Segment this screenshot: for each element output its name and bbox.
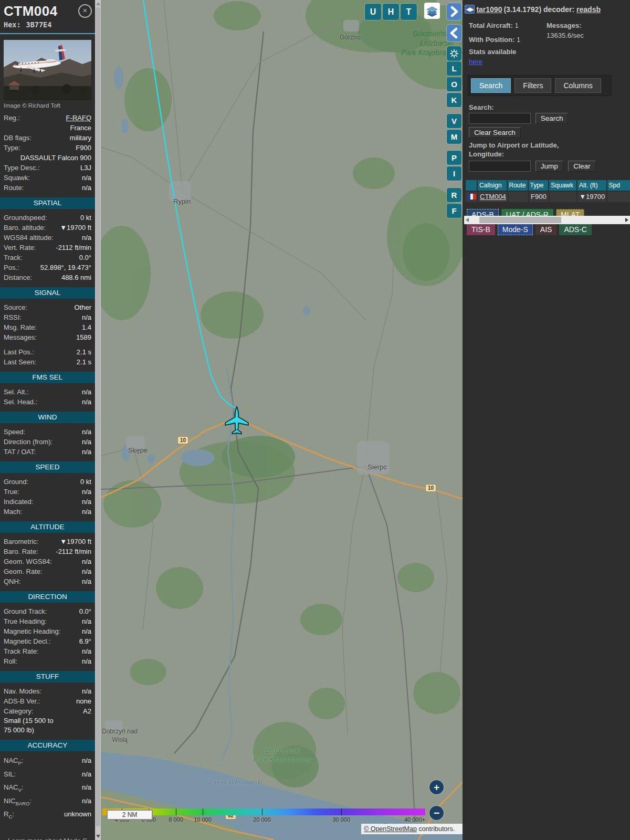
- map-toggle-button[interactable]: H: [383, 4, 399, 20]
- column-header-callsign[interactable]: Callsign: [478, 180, 507, 191]
- filter-tisb[interactable]: TIS-B: [467, 224, 495, 235]
- left-panel-scrollbar[interactable]: [95, 0, 101, 840]
- scrollbar-thumb[interactable]: [479, 217, 561, 223]
- filter-modes[interactable]: Mode-S: [498, 224, 533, 235]
- column-header-spd[interactable]: Spd: [607, 180, 630, 191]
- filter-ais[interactable]: AIS: [536, 224, 557, 235]
- data-row: Nav. Modes: n/a: [0, 686, 95, 696]
- field-label: Magnetic Decl.:: [4, 636, 51, 646]
- field-label: ADS-B Ver.:: [4, 696, 40, 706]
- table-row[interactable]: CTM004 F900 ▼19700: [466, 192, 630, 202]
- osm-link[interactable]: © OpenStreetMap: [364, 825, 417, 833]
- column-header-route[interactable]: Route: [508, 180, 528, 191]
- row-route: [509, 192, 528, 202]
- zoom-out-button[interactable]: −: [429, 806, 444, 820]
- search-button[interactable]: Search: [536, 113, 569, 124]
- legend-tick-label: 30 000: [330, 816, 353, 823]
- tar1090-link[interactable]: tar1090: [476, 5, 502, 14]
- town-label-sierpc: Sierpc: [368, 463, 387, 471]
- jump-clear-button[interactable]: Clear: [568, 161, 595, 172]
- tab-filters[interactable]: Filters: [514, 78, 551, 93]
- zoom-in-button[interactable]: +: [429, 780, 444, 794]
- filter-adsc[interactable]: ADS-C: [559, 224, 592, 235]
- data-row: WGS84 altitude: n/a: [0, 233, 95, 243]
- settings-button[interactable]: [447, 46, 461, 61]
- jump-button[interactable]: Jump: [536, 161, 563, 172]
- field-label: Speed:: [4, 427, 25, 437]
- data-row: RSSI: n/a: [0, 312, 95, 322]
- stats-here-link[interactable]: here: [469, 58, 482, 66]
- data-row: Geom. WGS84: n/a: [0, 556, 95, 566]
- map-hotkey-button[interactable]: F: [447, 204, 461, 218]
- field-label: Reg.:: [4, 113, 20, 123]
- data-row: Last Pos.: 2.1 s: [0, 347, 95, 357]
- legend-tick-label: 10 000: [191, 816, 214, 823]
- data-row: Mach: n/a: [0, 507, 95, 517]
- field-value: -2112 ft/min: [38, 243, 91, 253]
- map-hotkey-button[interactable]: K: [447, 93, 461, 107]
- scroll-right-icon[interactable]: [625, 218, 628, 222]
- field-label: Msg. Rate:: [4, 322, 37, 332]
- table-horizontal-scrollbar[interactable]: [464, 216, 630, 224]
- search-input[interactable]: [469, 113, 531, 124]
- data-row: Ground: 0 kt: [0, 477, 95, 487]
- fms-section: Sel. Alt.: n/a Sel. Head.: n/a: [0, 387, 95, 407]
- map-canvas[interactable]: Górzno Górznieńsko- Lidzbarski Park Kraj…: [101, 0, 463, 840]
- jump-input[interactable]: [469, 161, 531, 172]
- column-header-squawk[interactable]: Squawk: [549, 180, 576, 191]
- map-hotkey-button[interactable]: L: [447, 61, 461, 76]
- scrollbar-thumb[interactable]: [96, 7, 100, 826]
- field-value: n/a: [34, 795, 91, 809]
- close-icon[interactable]: ×: [78, 4, 92, 18]
- panel-collapse-icon[interactable]: ◀▶: [465, 5, 475, 14]
- map-hotkey-button[interactable]: O: [447, 77, 461, 91]
- field-value: n/a: [63, 626, 91, 636]
- field-label: Track Rate:: [4, 646, 39, 656]
- field-label: Category:: [4, 706, 33, 716]
- field-value: n/a: [49, 616, 91, 626]
- field-value: ▼19700 ft: [48, 223, 91, 233]
- field-label: Distance:: [4, 272, 32, 282]
- data-row: NACV: n/a: [0, 782, 95, 795]
- gear-icon: [449, 49, 459, 58]
- field-value: n/a: [26, 782, 91, 795]
- data-row: Msg. Rate: 1.4: [0, 322, 95, 332]
- tab-search[interactable]: Search: [471, 78, 511, 93]
- data-row: Track: 0.0°: [0, 253, 95, 262]
- column-header-type[interactable]: Type: [529, 180, 549, 191]
- clear-search-button[interactable]: Clear Search: [469, 127, 521, 138]
- scroll-left-icon[interactable]: [466, 218, 469, 222]
- column-header-flag[interactable]: [466, 180, 477, 191]
- map-toggle-button[interactable]: U: [365, 4, 381, 20]
- map-hotkey-button[interactable]: M: [447, 130, 461, 144]
- data-row: Category: A2: [0, 706, 95, 716]
- tab-columns[interactable]: Columns: [555, 78, 601, 93]
- field-label: DB flags:: [4, 133, 32, 143]
- aircraft-photo[interactable]: [0, 34, 95, 100]
- readsb-link[interactable]: readsb: [576, 5, 601, 14]
- data-row: Source: Other: [0, 302, 95, 312]
- stuff-section: Nav. Modes: n/a ADS-B Ver.: none Categor…: [0, 686, 95, 735]
- photo-credit: Image © Richard Toft: [0, 100, 95, 113]
- stats-block: Total Aircraft: 1 With Position: 1 Stats…: [463, 14, 630, 67]
- map-hotkey-button[interactable]: I: [447, 166, 461, 181]
- field-value: 2.1 s: [37, 347, 91, 357]
- map-toggle-button[interactable]: T: [401, 4, 417, 20]
- expand-right-button[interactable]: [447, 3, 461, 20]
- road-badge-10: 10: [425, 484, 436, 492]
- field-label: Last Pos.:: [4, 347, 34, 357]
- scroll-down-icon[interactable]: [96, 835, 100, 838]
- map-hotkey-button[interactable]: V: [447, 114, 461, 128]
- map-hotkey-button[interactable]: R: [447, 188, 461, 202]
- map-hotkey-button[interactable]: P: [447, 151, 461, 165]
- field-value: DASSAULT Falcon 900: [6, 153, 91, 163]
- field-label: Roll:: [4, 656, 17, 666]
- town-label-rypin: Rypin: [173, 197, 191, 205]
- section-header-wind: WIND: [0, 412, 95, 423]
- field-value: L3J: [43, 163, 91, 173]
- column-header-alt[interactable]: Alt. (ft): [578, 180, 606, 191]
- layers-button[interactable]: [424, 3, 440, 19]
- row-callsign[interactable]: CTM004: [478, 192, 508, 202]
- scroll-up-icon[interactable]: [96, 2, 100, 5]
- collapse-left-button[interactable]: [447, 25, 461, 41]
